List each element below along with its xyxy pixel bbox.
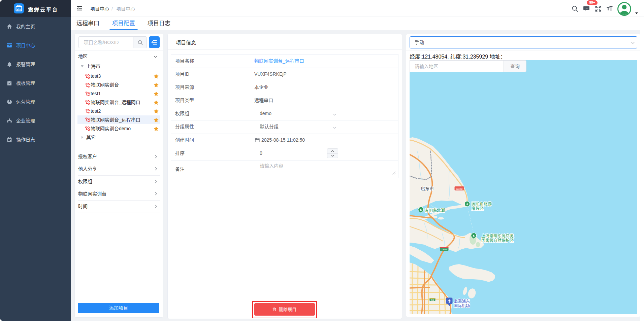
svg-text:圆陀角旅游: 圆陀角旅游 (472, 202, 492, 207)
svg-text:G328: G328 (456, 187, 463, 190)
svg-text:G40: G40 (442, 248, 447, 251)
svg-text:崇明岛北湖: 崇明岛北湖 (425, 208, 445, 213)
svg-text:度假区: 度假区 (472, 206, 484, 211)
svg-text:S1: S1 (431, 298, 434, 301)
svg-text:国家级自然保护区: 国家级自然保护区 (481, 238, 514, 243)
svg-text:启东市: 启东市 (421, 186, 434, 191)
svg-text:上海崇明东滩鸟类: 上海崇明东滩鸟类 (481, 234, 514, 239)
svg-text:上海浦东: 上海浦东 (454, 299, 470, 304)
svg-text:国际机场: 国际机场 (454, 304, 470, 308)
